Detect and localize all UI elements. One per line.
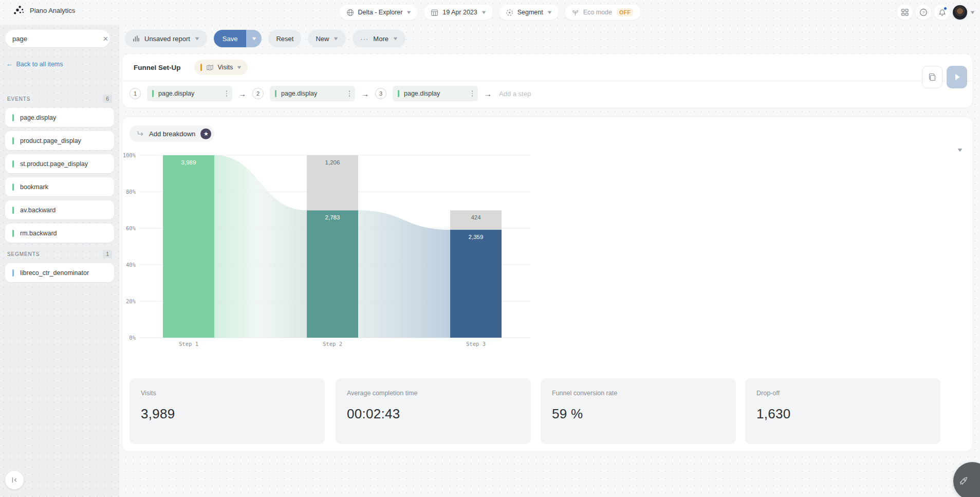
kpi-label: Average completion time <box>347 390 520 397</box>
list-item-label: st.product.page_display <box>20 160 88 168</box>
chevron-down-icon: ▼ <box>194 36 200 41</box>
help-button[interactable]: ? <box>916 5 931 20</box>
add-step-button[interactable]: Add a step <box>499 90 531 98</box>
svg-text:Step 2: Step 2 <box>323 341 342 347</box>
sidebar-section-header: EVENTS6 <box>5 95 114 103</box>
chevron-down-icon: ▼ <box>406 10 412 15</box>
premium-star-icon[interactable]: ★ <box>200 128 211 139</box>
notification-dot <box>944 7 947 10</box>
sidebar: ✕ ← Back to all items EVENTS6page.displa… <box>0 25 119 497</box>
globe-icon <box>346 9 354 16</box>
step-event-label: page.display <box>281 90 343 97</box>
reset-button-label: Reset <box>276 35 293 43</box>
kebab-menu-icon[interactable] <box>471 89 474 98</box>
kpi-row: Visits3,989Average completion time00:02:… <box>122 378 972 444</box>
list-item-label: rm.backward <box>20 230 57 237</box>
new-button[interactable]: New ▼ <box>308 30 346 47</box>
sidebar-sections: EVENTS6page.displayproduct.page_displays… <box>5 87 114 286</box>
search-input[interactable] <box>12 35 103 43</box>
chevron-down-icon[interactable]: ▼ <box>969 10 975 15</box>
sidebar-search[interactable]: ✕ <box>5 30 110 47</box>
date-picker-label: 19 Apr 2023 <box>442 9 477 16</box>
user-avatar[interactable] <box>953 5 967 20</box>
save-options-button[interactable]: ▼ <box>246 30 262 47</box>
funnel-result-card: Add breakdown ★ 0%20%40%60%80%100%3,989S… <box>122 117 972 451</box>
date-picker[interactable]: 19 Apr 2023 ▼ <box>424 5 492 20</box>
kpi-card: Funnel conversion rate59 % <box>541 378 736 444</box>
item-accent-bar <box>12 160 14 168</box>
assistant-rocket-button[interactable] <box>953 462 980 497</box>
eco-mode-label: Eco mode <box>583 9 612 16</box>
kebab-menu-icon[interactable] <box>225 89 229 98</box>
funnel-chart-svg[interactable]: 0%20%40%60%80%100%3,989Step 11,2062,783S… <box>122 148 554 354</box>
kpi-label: Funnel conversion rate <box>552 390 725 397</box>
step-event-label: page.display <box>158 90 220 97</box>
list-item[interactable]: bookmark <box>5 177 114 196</box>
kpi-expand-chevron-icon[interactable]: ▼ <box>956 147 964 153</box>
funnel-chart: 0%20%40%60%80%100%3,989Step 11,2062,783S… <box>122 148 554 354</box>
save-button[interactable]: Save <box>214 30 247 47</box>
step-event-pill[interactable]: page.display <box>147 86 232 101</box>
funnel-steps: 1page.display→2page.display→3page.displa… <box>130 86 531 101</box>
metric-picker-label: Visits <box>218 64 233 71</box>
kpi-value: 59 % <box>552 406 725 422</box>
add-breakdown-button[interactable]: Add breakdown ★ <box>130 125 214 142</box>
svg-text:80%: 80% <box>126 189 136 195</box>
duplicate-button[interactable] <box>922 66 942 88</box>
list-item[interactable]: libreco_ctr_denominator <box>5 263 114 282</box>
kebab-menu-icon[interactable] <box>348 89 352 98</box>
back-link-label: Back to all items <box>16 61 63 68</box>
step-number: 3 <box>375 88 386 99</box>
back-to-all-items-link[interactable]: ← Back to all items <box>6 61 63 68</box>
site-picker[interactable]: Delta - Explorer ▼ <box>340 5 418 20</box>
item-accent-bar <box>12 183 14 191</box>
branch-arrow-icon <box>137 130 144 137</box>
svg-text:20%: 20% <box>126 298 136 304</box>
segment-picker[interactable]: Segment ▼ <box>499 5 559 20</box>
map-icon <box>206 64 214 71</box>
kpi-label: Visits <box>141 390 313 397</box>
notifications-button[interactable] <box>934 5 950 20</box>
chevron-down-icon: ▼ <box>480 10 487 15</box>
chevron-down-icon: ▼ <box>333 36 339 41</box>
metric-picker[interactable]: Visits ▼ <box>194 60 248 75</box>
list-item[interactable]: product.page_display <box>5 131 114 150</box>
save-button-label: Save <box>223 35 238 43</box>
topbar-center: Delta - Explorer ▼ 19 Apr 2023 ▼ <box>340 5 641 20</box>
svg-text:60%: 60% <box>126 225 136 231</box>
list-item-label: av.backward <box>20 207 56 214</box>
section-title: SEGMENTS <box>7 251 40 257</box>
run-funnel-button[interactable] <box>947 66 967 88</box>
funnel-setup-title: Funnel Set-Up <box>134 64 181 71</box>
section-count-badge: 1 <box>103 250 112 258</box>
list-item-label: product.page_display <box>20 137 81 144</box>
step-event-pill[interactable]: page.display <box>270 86 355 101</box>
segment-picker-label: Segment <box>517 9 543 16</box>
leaf-icon <box>571 9 579 16</box>
chevron-down-icon: ▼ <box>236 65 242 70</box>
list-item[interactable]: st.product.page_display <box>5 154 114 173</box>
clear-search-icon[interactable]: ✕ <box>103 35 108 43</box>
reset-button[interactable]: Reset <box>268 30 301 47</box>
list-item[interactable]: rm.backward <box>5 224 114 243</box>
arrow-right-icon: → <box>484 89 492 98</box>
eco-mode-state-badge: OFF <box>616 8 634 16</box>
collapse-sidebar-button[interactable] <box>5 471 24 489</box>
svg-text:Step 1: Step 1 <box>179 341 198 347</box>
list-item[interactable]: page.display <box>5 108 114 127</box>
step-event-pill[interactable]: page.display <box>393 86 478 101</box>
new-button-label: New <box>316 35 329 43</box>
kpi-card: Average completion time00:02:43 <box>336 378 531 444</box>
svg-text:1,206: 1,206 <box>325 159 340 165</box>
apps-grid-button[interactable] <box>897 5 913 20</box>
item-accent-bar <box>12 114 14 121</box>
step-event-label: page.display <box>404 90 466 97</box>
brand: Piano Analytics <box>13 5 75 16</box>
report-name-menu[interactable]: Unsaved report ▼ <box>125 30 207 47</box>
eco-mode-toggle[interactable]: Eco mode OFF <box>565 5 641 20</box>
more-button[interactable]: ··· More ▼ <box>353 30 405 47</box>
svg-text:Step 3: Step 3 <box>466 341 486 347</box>
list-item-label: libreco_ctr_denominator <box>20 269 89 277</box>
list-item[interactable]: av.backward <box>5 200 114 219</box>
section-title: EVENTS <box>7 96 30 102</box>
